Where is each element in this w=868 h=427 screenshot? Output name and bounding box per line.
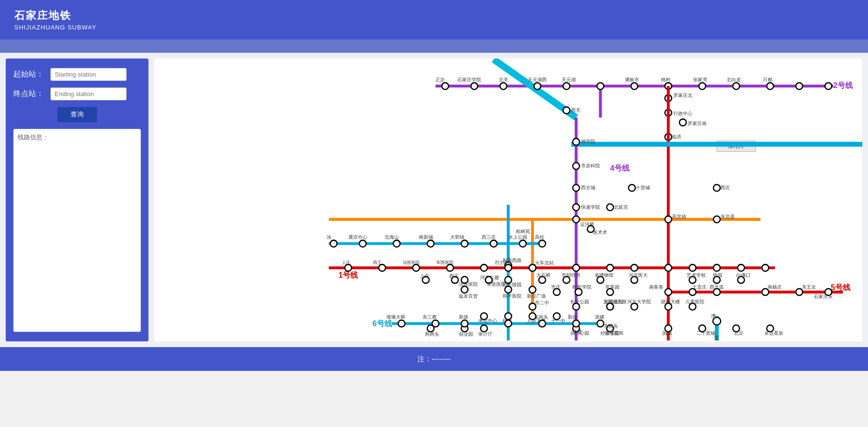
svg-text:正定: 正定	[435, 77, 445, 82]
svg-point-178	[631, 303, 638, 310]
svg-text:鹿京中心: 鹿京中心	[348, 234, 367, 240]
svg-text:西王: 西王	[449, 273, 459, 279]
info-label: 线路信息：	[18, 134, 49, 141]
svg-text:省博物馆: 省博物馆	[594, 272, 613, 278]
svg-point-60	[713, 216, 720, 223]
svg-text:东岗头: 东岗头	[604, 323, 618, 329]
svg-point-201	[505, 320, 512, 327]
sidebar: 起始站： 终点站： 查询 线路信息：	[6, 58, 148, 341]
svg-text:和平医院: 和平医院	[503, 293, 522, 299]
svg-text:东五女: 东五女	[802, 284, 816, 290]
svg-point-89	[427, 240, 434, 247]
svg-point-143	[345, 264, 352, 271]
svg-text:市庄: 市庄	[551, 284, 561, 290]
main-content: 起始站： 终点站： 查询 线路信息： 2号线	[0, 53, 868, 347]
start-station-row: 起始站：	[13, 68, 141, 81]
svg-text:柏林苑: 柏林苑	[515, 229, 530, 234]
svg-text:水上公园: 水上公园	[508, 234, 527, 240]
subway-map: 2号线 正定 石家庄学院 北关 天元湖西 天元湖	[154, 58, 862, 341]
svg-point-54	[573, 204, 580, 211]
svg-point-131	[631, 277, 638, 283]
svg-point-5	[442, 83, 448, 89]
svg-text:经济学院: 经济学院	[601, 330, 620, 336]
svg-text:长安公园: 长安公园	[570, 299, 589, 304]
svg-point-86	[330, 240, 337, 247]
svg-point-203	[573, 320, 580, 327]
svg-point-58	[665, 216, 671, 223]
svg-point-34	[680, 119, 686, 126]
svg-text:浊: 浊	[326, 234, 331, 240]
svg-text:艺术学校: 艺术学校	[687, 272, 706, 278]
svg-text:高柱: 高柱	[535, 234, 544, 240]
query-button[interactable]: 查询	[57, 107, 97, 122]
svg-point-148	[505, 264, 512, 271]
svg-point-11	[631, 83, 638, 89]
svg-text:白佛口: 白佛口	[736, 272, 750, 278]
svg-text:益友百货: 益友百货	[459, 293, 478, 299]
svg-point-50	[629, 184, 635, 191]
svg-text:罗家庄北: 罗家庄北	[673, 93, 692, 98]
svg-point-151	[607, 264, 613, 271]
svg-point-70	[762, 289, 769, 295]
title-chinese: 石家庄地铁	[14, 9, 854, 23]
svg-point-17	[825, 83, 832, 89]
svg-text:桃村: 桃村	[661, 77, 671, 82]
svg-text:南杨庄: 南杨庄	[768, 284, 782, 290]
svg-point-15	[767, 83, 773, 89]
svg-point-160	[529, 286, 536, 293]
end-station-input[interactable]	[50, 87, 127, 100]
line2-label: 2号线	[833, 81, 853, 89]
svg-text:北豆: 北豆	[734, 330, 743, 336]
svg-point-107	[553, 289, 560, 295]
svg-text:北白皮: 北白皮	[727, 77, 741, 82]
svg-text:北围城大路: 北围城大路	[603, 299, 627, 304]
svg-text:考试中心: 考试中心	[478, 318, 497, 323]
svg-point-176	[607, 303, 613, 310]
svg-point-137	[738, 277, 744, 283]
svg-point-147	[481, 264, 487, 271]
svg-point-76	[713, 289, 720, 295]
svg-text:铁园: 铁园	[712, 272, 722, 278]
svg-point-199	[432, 320, 439, 327]
title-english: SHIJIAZHUANG SUBWAY	[14, 24, 854, 31]
svg-point-10	[597, 83, 604, 89]
svg-point-149	[529, 264, 536, 271]
svg-text:临济: 临济	[672, 134, 681, 139]
svg-text:浙建: 浙建	[595, 314, 604, 320]
svg-text:东岗头: 东岗头	[534, 314, 548, 320]
svg-text:张家湾: 张家湾	[693, 77, 707, 82]
svg-text:高宫镇: 高宫镇	[672, 214, 686, 219]
svg-text:南新城: 南新城	[419, 234, 433, 240]
header: 石家庄地铁 SHIJIAZHUANG SUBWAY	[0, 0, 868, 39]
svg-point-133	[689, 277, 696, 283]
svg-point-162	[461, 286, 468, 293]
svg-text:蜈蚣学院: 蜈蚣学院	[572, 284, 592, 290]
svg-text:行政中心: 行政中心	[673, 111, 692, 116]
svg-point-72	[796, 289, 802, 295]
svg-text:石家庄东: 石家庄东	[814, 294, 833, 299]
svg-point-127	[563, 277, 570, 283]
svg-point-192	[481, 325, 487, 332]
svg-point-8	[534, 83, 541, 89]
svg-point-82	[607, 289, 613, 295]
svg-point-52	[713, 184, 720, 191]
svg-text:十一中: 十一中	[551, 318, 565, 323]
svg-text:大石桥: 大石桥	[536, 272, 551, 278]
svg-point-135	[713, 277, 720, 283]
svg-point-14	[733, 83, 740, 89]
line6-label: 6号线	[373, 319, 393, 328]
svg-point-204	[597, 320, 604, 327]
svg-text:罗家庄南: 罗家庄南	[688, 121, 707, 126]
svg-text:神学院: 神学院	[581, 139, 595, 144]
svg-point-146	[447, 264, 454, 271]
svg-text:漕: 漕	[711, 313, 716, 319]
svg-point-91	[490, 240, 497, 247]
map-area: 2号线 正定 石家庄学院 北关 天元湖西 天元湖	[154, 58, 862, 341]
svg-text:北关: 北关	[499, 77, 508, 82]
svg-text:西北遥: 西北遥	[710, 284, 724, 290]
svg-text:只都: 只都	[763, 77, 772, 82]
svg-text:北海山: 北海山	[385, 234, 399, 240]
start-station-input[interactable]	[50, 68, 127, 81]
svg-text:西庄: 西庄	[720, 185, 730, 190]
svg-text:两两头: 两两头	[425, 331, 439, 337]
